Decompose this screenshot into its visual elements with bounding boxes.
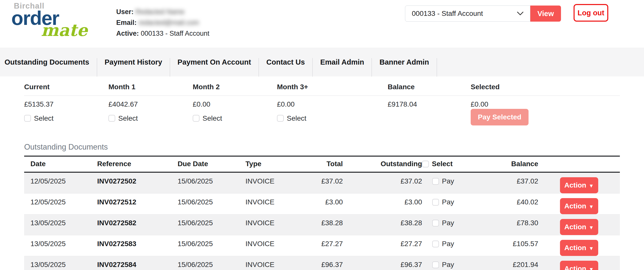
summary-select-month1: Select xyxy=(108,114,193,132)
pay-label: Pay xyxy=(442,177,454,185)
pay-checkbox[interactable] xyxy=(432,220,439,227)
cell-total: £3.00 xyxy=(290,194,343,214)
page-header: Birchall order mate User: Redacted Name … xyxy=(0,0,644,48)
cell-reference: INV0272512 xyxy=(91,194,171,214)
cell-balance: £78.30 xyxy=(475,214,538,235)
cell-balance: £40.02 xyxy=(475,194,538,214)
col-header-action-spacer xyxy=(538,156,620,172)
pay-label: Pay xyxy=(442,219,454,227)
pay-checkbox[interactable] xyxy=(432,178,439,185)
summary-header-balance: Balance xyxy=(388,83,471,96)
email-label: Email: xyxy=(116,19,137,26)
summary-header-selected: Selected xyxy=(471,83,620,96)
action-dropdown-button[interactable]: Action▼ xyxy=(560,198,598,214)
tab-outstanding-documents[interactable]: Outstanding Documents xyxy=(5,58,97,77)
col-header-reference: Reference xyxy=(91,156,171,172)
document-row: 13/05/2025 INV0272583 15/06/2025 INVOICE… xyxy=(24,235,620,256)
select-month3plus-checkbox[interactable] xyxy=(277,115,284,122)
main-nav: Outstanding Documents Payment History Pa… xyxy=(0,48,644,76)
pay-label: Pay xyxy=(442,198,454,206)
cell-total: £27.27 xyxy=(290,235,343,256)
pay-checkbox[interactable] xyxy=(432,241,439,247)
cell-action: Action▼ xyxy=(538,214,620,235)
tab-payment-history[interactable]: Payment History xyxy=(97,58,170,77)
aging-summary: Current Month 1 Month 2 Month 3+ Balance… xyxy=(24,83,620,132)
cell-type: INVOICE xyxy=(239,256,290,270)
pay-checkbox[interactable] xyxy=(432,199,439,206)
cell-type: INVOICE xyxy=(239,194,290,214)
select-month1-checkbox[interactable] xyxy=(108,115,115,122)
cell-action: Action▼ xyxy=(538,172,620,194)
cell-due-date: 15/06/2025 xyxy=(171,235,239,256)
action-dropdown-button[interactable]: Action▼ xyxy=(560,177,598,193)
summary-value-balance: £9178.04 xyxy=(388,96,471,108)
cell-reference: INV0272583 xyxy=(91,235,171,256)
ordermate-logo: Birchall order mate xyxy=(11,2,87,38)
tab-payment-on-account[interactable]: Payment On Account xyxy=(170,58,259,77)
pay-selected-button[interactable]: Pay Selected xyxy=(471,109,529,125)
select-month3plus-label: Select xyxy=(287,114,306,122)
cell-action: Action▼ xyxy=(538,194,620,214)
cell-reference: INV0272582 xyxy=(91,214,171,235)
view-button[interactable]: View xyxy=(530,6,561,22)
cell-balance: £201.94 xyxy=(475,256,538,270)
select-month2-label: Select xyxy=(203,114,222,122)
cell-due-date: 15/06/2025 xyxy=(171,194,239,214)
cell-pay-select: Pay xyxy=(422,194,475,214)
cell-total: £38.28 xyxy=(290,214,343,235)
document-row: 12/05/2025 INV0272512 15/06/2025 INVOICE… xyxy=(24,194,620,214)
summary-header-current: Current xyxy=(24,83,108,96)
cell-due-date: 15/06/2025 xyxy=(171,214,239,235)
select-all-checkbox[interactable] xyxy=(422,161,429,167)
caret-down-icon: ▼ xyxy=(589,246,594,251)
user-name-redacted: Redacted Name xyxy=(136,8,185,16)
cell-type: INVOICE xyxy=(239,172,290,194)
aging-summary-values: £5135.37 £4042.67 £0.00 £0.00 £9178.04 £… xyxy=(24,96,620,108)
caret-down-icon: ▼ xyxy=(589,183,594,189)
cell-pay-select: Pay xyxy=(422,256,475,270)
caret-down-icon: ▼ xyxy=(589,204,594,209)
col-header-select-label: Select xyxy=(432,160,453,168)
summary-value-month3plus: £0.00 xyxy=(277,96,388,108)
col-header-date: Date xyxy=(24,156,91,172)
cell-outstanding: £37.02 xyxy=(343,172,422,194)
tab-banner-admin[interactable]: Banner Admin xyxy=(372,58,437,77)
account-select[interactable]: 000133 - Staff Account xyxy=(405,6,530,22)
summary-value-current: £5135.37 xyxy=(24,96,108,108)
document-row: 13/05/2025 INV0272584 15/06/2025 INVOICE… xyxy=(24,256,620,270)
action-dropdown-button[interactable]: Action▼ xyxy=(560,261,598,270)
cell-outstanding: £38.28 xyxy=(343,214,422,235)
section-title-outstanding-documents: Outstanding Documents xyxy=(24,143,620,152)
cell-type: INVOICE xyxy=(239,214,290,235)
cell-pay-select: Pay xyxy=(422,235,475,256)
col-header-balance: Balance xyxy=(475,156,538,172)
select-month1-label: Select xyxy=(118,114,138,122)
cell-date: 13/05/2025 xyxy=(24,235,91,256)
summary-header-month1: Month 1 xyxy=(108,83,193,96)
user-info-block: User: Redacted Name Email: redacted@mail… xyxy=(116,7,209,39)
select-current-checkbox[interactable] xyxy=(24,115,31,122)
document-row: 12/05/2025 INV0272502 15/06/2025 INVOICE… xyxy=(24,172,620,194)
cell-date: 13/05/2025 xyxy=(24,256,91,270)
cell-pay-select: Pay xyxy=(422,214,475,235)
summary-select-month3plus: Select xyxy=(277,114,388,132)
active-label: Active: xyxy=(116,30,139,37)
cell-total: £96.37 xyxy=(290,256,343,270)
cell-date: 12/05/2025 xyxy=(24,194,91,214)
document-row: 13/05/2025 INV0272582 15/06/2025 INVOICE… xyxy=(24,214,620,235)
action-dropdown-button[interactable]: Action▼ xyxy=(560,219,598,235)
pay-checkbox[interactable] xyxy=(432,261,439,268)
pay-label: Pay xyxy=(442,240,454,248)
cell-reference: INV0272502 xyxy=(91,172,171,194)
summary-value-selected: £0.00 xyxy=(471,96,620,108)
logout-button[interactable]: Log out xyxy=(574,4,608,22)
chevron-down-icon xyxy=(517,12,524,16)
select-month2-checkbox[interactable] xyxy=(193,115,199,122)
action-dropdown-button[interactable]: Action▼ xyxy=(560,240,598,256)
tab-contact-us[interactable]: Contact Us xyxy=(259,58,313,77)
cell-due-date: 15/06/2025 xyxy=(171,256,239,270)
col-header-total: Total xyxy=(290,156,343,172)
tab-email-admin[interactable]: Email Admin xyxy=(313,58,372,77)
cell-outstanding: £3.00 xyxy=(343,194,422,214)
summary-value-month1: £4042.67 xyxy=(108,96,193,108)
